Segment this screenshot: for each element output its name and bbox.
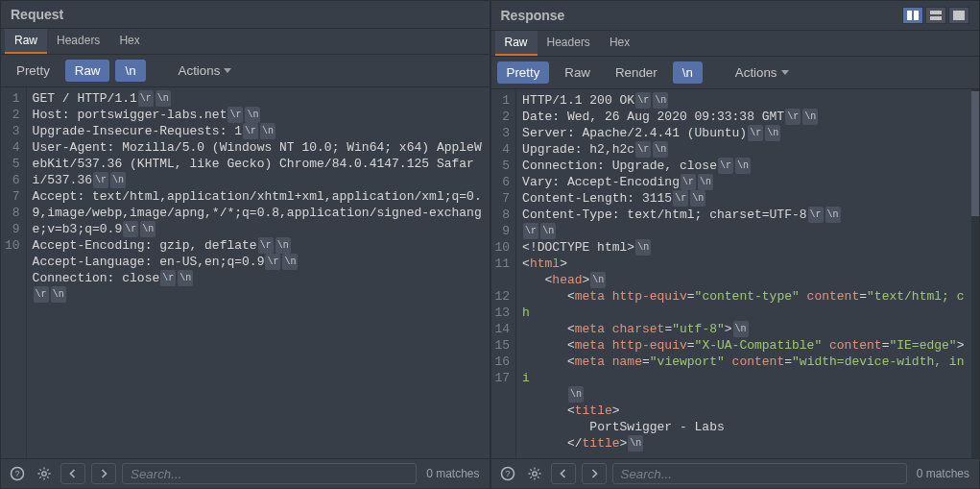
request-title: Request (11, 7, 63, 22)
response-footer: ? 0 matches (491, 458, 980, 488)
code-line[interactable]: Vary: Accept-Encoding\r\n (522, 174, 966, 190)
chevron-down-icon (224, 68, 231, 73)
code-line[interactable]: Accept-Encoding: gzip, deflate\r\n (33, 237, 484, 254)
code-line[interactable]: <title> (522, 403, 966, 419)
raw-button[interactable]: Raw (65, 60, 110, 82)
code-line[interactable]: \r\n (33, 286, 484, 303)
tab-hex[interactable]: Hex (600, 31, 639, 56)
actions-dropdown[interactable]: Actions (169, 60, 242, 82)
code-line[interactable]: Connection: Upgrade, close\r\n (522, 158, 966, 174)
response-gutter: 1234567891011 121314151617 (491, 89, 517, 458)
code-line[interactable]: HTTP/1.1 200 OK\r\n (522, 92, 966, 109)
response-code[interactable]: HTTP/1.1 200 OK\r\nDate: Wed, 26 Aug 202… (516, 89, 971, 458)
pretty-button[interactable]: Pretty (497, 61, 550, 84)
prev-match-button[interactable] (60, 463, 85, 484)
gear-icon[interactable] (34, 463, 55, 484)
svg-text:?: ? (505, 469, 510, 478)
next-match-button[interactable] (582, 463, 607, 484)
search-input[interactable] (612, 463, 907, 484)
code-line[interactable]: </title>\n (522, 435, 966, 452)
code-line[interactable]: Host: portswigger-labs.net\r\n (33, 107, 484, 123)
code-line[interactable]: Connection: close\r\n (33, 270, 484, 286)
request-header: Request (1, 1, 490, 29)
request-panel: Request RawHeadersHex Pretty Raw \n Acti… (0, 0, 490, 489)
code-line[interactable]: <meta charset="utf-8">\n (522, 321, 966, 337)
code-line[interactable]: User-Agent: Mozilla/5.0 (Windows NT 10.0… (33, 139, 484, 188)
response-tabs: RawHeadersHex (491, 31, 980, 57)
code-line[interactable]: Accept: text/html,application/xhtml+xml,… (33, 188, 484, 237)
request-tabs: RawHeadersHex (1, 29, 490, 55)
raw-button[interactable]: Raw (555, 61, 600, 84)
code-line[interactable]: Content-Type: text/html; charset=UTF-8\r… (522, 207, 966, 223)
code-line[interactable]: <!DOCTYPE html>\n (522, 239, 966, 256)
newline-toggle-button[interactable]: \n (673, 61, 703, 84)
actions-label: Actions (179, 63, 221, 78)
code-line[interactable]: Accept-Language: en-US,en;q=0.9\r\n (33, 254, 484, 270)
code-line[interactable]: <meta http-equiv="X-UA-Compatible" conte… (522, 337, 966, 354)
svg-point-10 (532, 472, 536, 476)
code-line[interactable]: GET / HTTP/1.1\r\n (33, 90, 484, 107)
vertical-scrollbar[interactable] (971, 89, 979, 458)
layout-buttons (902, 7, 969, 24)
response-code-area[interactable]: 1234567891011 121314151617 HTTP/1.1 200 … (491, 89, 980, 458)
response-title: Response (501, 8, 565, 23)
match-count: 0 matches (913, 467, 973, 480)
code-line[interactable]: Content-Length: 3115\r\n (522, 190, 966, 207)
render-button[interactable]: Render (606, 61, 667, 84)
svg-rect-4 (914, 11, 919, 20)
pretty-button[interactable]: Pretty (7, 60, 60, 82)
match-count: 0 matches (422, 467, 483, 480)
code-line[interactable]: \r\n (522, 223, 966, 239)
response-toolbar: Pretty Raw Render \n Actions (491, 57, 980, 89)
next-match-button[interactable] (91, 463, 116, 484)
http-editor-container: Request RawHeadersHex Pretty Raw \n Acti… (0, 0, 980, 489)
layout-single-button[interactable] (948, 7, 969, 24)
code-line[interactable]: PortSwigger - Labs (522, 419, 966, 435)
gear-icon[interactable] (524, 463, 545, 484)
code-line[interactable]: Upgrade-Insecure-Requests: 1\r\n (33, 123, 484, 139)
layout-rows-button[interactable] (925, 7, 946, 24)
svg-rect-7 (953, 11, 965, 20)
tab-hex[interactable]: Hex (109, 29, 149, 54)
prev-match-button[interactable] (551, 463, 576, 484)
code-line[interactable]: <meta name="viewport" content="width=dev… (522, 354, 966, 386)
tab-raw[interactable]: Raw (5, 29, 47, 54)
code-line[interactable]: <html> (522, 256, 966, 272)
newline-toggle-button[interactable]: \n (115, 60, 145, 82)
help-icon[interactable]: ? (497, 463, 518, 484)
response-header: Response (491, 1, 980, 31)
code-line[interactable] (33, 303, 484, 319)
layout-columns-button[interactable] (902, 7, 923, 24)
code-line[interactable]: Upgrade: h2,h2c\r\n (522, 141, 966, 158)
actions-dropdown[interactable]: Actions (726, 61, 799, 84)
request-gutter: 12345678910 (1, 87, 27, 458)
chevron-down-icon (781, 70, 789, 75)
svg-point-2 (42, 472, 46, 476)
code-line[interactable]: \n (522, 386, 966, 403)
svg-rect-3 (907, 11, 912, 20)
code-line[interactable]: Server: Apache/2.4.41 (Ubuntu)\r\n (522, 125, 966, 141)
tab-headers[interactable]: Headers (47, 29, 109, 54)
response-panel: Response RawHeadersHex Pretty Raw Render… (490, 0, 981, 489)
svg-rect-6 (930, 16, 942, 20)
actions-label: Actions (735, 65, 777, 80)
request-code[interactable]: GET / HTTP/1.1\r\nHost: portswigger-labs… (27, 87, 490, 458)
request-code-area[interactable]: 12345678910 GET / HTTP/1.1\r\nHost: port… (1, 87, 490, 458)
svg-rect-5 (930, 11, 942, 14)
code-line[interactable]: Date: Wed, 26 Aug 2020 09:33:38 GMT\r\n (522, 109, 966, 125)
help-icon[interactable]: ? (7, 463, 28, 484)
code-line[interactable]: <meta http-equiv="content-type" content=… (522, 288, 966, 321)
request-toolbar: Pretty Raw \n Actions (1, 55, 490, 87)
tab-raw[interactable]: Raw (495, 31, 538, 56)
request-footer: ? 0 matches (1, 458, 490, 488)
tab-headers[interactable]: Headers (538, 31, 600, 56)
search-input[interactable] (122, 463, 417, 484)
svg-text:?: ? (14, 469, 19, 478)
code-line[interactable]: <head>\n (522, 272, 966, 288)
